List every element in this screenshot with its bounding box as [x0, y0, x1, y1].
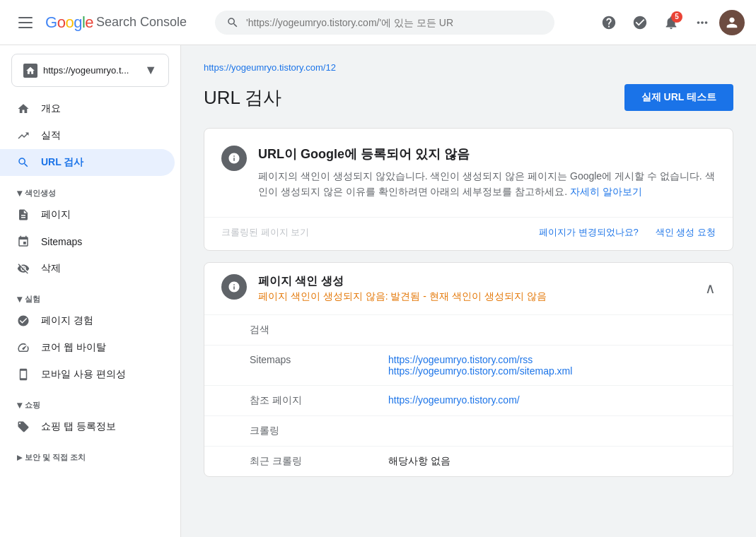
sidebar-item-sitemaps[interactable]: Sitemaps — [0, 228, 175, 255]
topnav-icons: 5 — [595, 8, 745, 37]
sidebar-item-overview[interactable]: 개요 — [0, 95, 175, 122]
property-url: https://yogeumryo.t... — [43, 65, 139, 76]
trending-up-icon — [17, 129, 30, 142]
sidebar-item-page-experience[interactable]: 페이지 경험 — [0, 307, 175, 334]
test-url-button[interactable]: 실제 URL 테스트 — [624, 84, 733, 111]
sitemap-icon — [17, 235, 30, 248]
app-layout: https://yogeumryo.t... ▼ 개요 실적 URL 검사 ▾ … — [0, 45, 756, 537]
sidebar-label-overview: 개요 — [41, 102, 61, 115]
page-header: URL 검사 실제 URL 테스트 — [204, 84, 733, 111]
smartphone-icon — [17, 368, 30, 381]
details-row-crawl: 크롤링 — [204, 415, 733, 446]
sidebar: https://yogeumryo.t... ▼ 개요 실적 URL 검사 ▾ … — [0, 45, 181, 537]
sidebar-item-performance[interactable]: 실적 — [0, 122, 175, 149]
sidebar-item-removal[interactable]: 삭제 — [0, 255, 175, 282]
crawled-pages-link: 크롤링된 페이지 보기 — [221, 226, 309, 239]
info-title: URL이 Google에 등록되어 있지 않음 — [258, 146, 716, 163]
referral-link[interactable]: https://yogeumryo.tistory.com/ — [388, 394, 520, 406]
section-info-icon — [221, 274, 247, 300]
search-input[interactable] — [246, 17, 543, 28]
page-changed-link[interactable]: 페이지가 변경되었나요? — [539, 226, 639, 239]
sitemap-link-rss[interactable]: https://yogeumryo.tistory.com/rss — [388, 354, 533, 365]
sidebar-label-sitemaps: Sitemaps — [41, 236, 82, 247]
details-row-referral: 참조 페이지 https://yogeumryo.tistory.com/ — [204, 385, 733, 415]
info-svg — [228, 152, 240, 165]
details-row-sitemaps: Sitemaps https://yogeumryo.tistory.com/r… — [204, 345, 733, 385]
section-label-security[interactable]: ▸ 보안 및 직접 조치 — [0, 440, 180, 466]
product-name: Search Console — [96, 15, 187, 30]
details-value-sitemaps: https://yogeumryo.tistory.com/rss https:… — [388, 354, 716, 377]
details-table: 검색 Sitemaps https://yogeumryo.tistory.co… — [204, 314, 733, 476]
sidebar-item-core-web-vitals[interactable]: 코어 웹 바이탈 — [0, 334, 175, 361]
app-logo[interactable]: Google Search Console — [45, 13, 187, 32]
speed-icon — [17, 341, 30, 354]
section-left: 페이지 색인 생성 페이지 색인이 생성되지 않음: 발견됨 - 현재 색인이 … — [221, 274, 547, 303]
circle-check-icon — [17, 314, 30, 327]
section-label-shopping: ▾ 쇼핑 — [0, 388, 180, 413]
search-icon — [226, 16, 239, 29]
learn-more-link[interactable]: 자세히 알아보기 — [570, 186, 642, 197]
sidebar-item-url-inspection[interactable]: URL 검사 — [0, 149, 175, 176]
help-button[interactable] — [595, 8, 623, 37]
user-avatar[interactable] — [719, 10, 745, 35]
details-label-sitemaps: Sitemaps — [250, 354, 377, 365]
apps-button[interactable] — [688, 8, 716, 37]
section-header: 페이지 색인 생성 페이지 색인이 생성되지 않음: 발견됨 - 현재 색인이 … — [204, 263, 733, 314]
main-content: https://yogeumryo.tistory.com/12 URL 검사 … — [181, 45, 756, 537]
banner-actions: 크롤링된 페이지 보기 페이지가 변경되었나요? 색인 생성 요청 — [204, 217, 733, 250]
section-text: 페이지 색인 생성 페이지 색인이 생성되지 않음: 발견됨 - 현재 색인이 … — [258, 274, 547, 303]
section-label-indexing: ▾ 색인생성 — [0, 176, 180, 201]
sidebar-label-performance: 실적 — [41, 129, 61, 142]
sidebar-label-mobile-usability: 모바일 사용 편의성 — [41, 368, 126, 381]
info-content: URL이 Google에 등록되어 있지 않음 페이지의 색인이 생성되지 않았… — [258, 146, 716, 200]
section-label-experiments: ▾ 실험 — [0, 282, 180, 307]
details-label-referral: 참조 페이지 — [250, 394, 377, 407]
details-value-last-crawl: 해당사항 없음 — [388, 455, 716, 468]
page-title: URL 검사 — [204, 85, 281, 110]
notification-badge: 5 — [671, 11, 682, 23]
sidebar-item-shopping-tab[interactable]: 쇼핑 탭 등록정보 — [0, 413, 175, 440]
sidebar-label-removal: 삭제 — [41, 262, 61, 275]
account-search-button[interactable] — [626, 8, 654, 37]
info-description: 페이지의 색인이 생성되지 않았습니다. 색인이 생성되지 않은 페이지는 Go… — [258, 168, 716, 200]
sidebar-label-core-web-vitals: 코어 웹 바이탈 — [41, 341, 106, 354]
sidebar-label-page-experience: 페이지 경험 — [41, 314, 93, 327]
right-actions: 페이지가 변경되었나요? 색인 생성 요청 — [539, 226, 716, 239]
details-label-last-crawl: 최근 크롤링 — [250, 455, 377, 468]
details-label-crawl: 크롤링 — [250, 425, 377, 437]
search-nav-icon — [17, 156, 30, 169]
page-indexing-card: 페이지 색인 생성 페이지 색인이 생성되지 않음: 발견됨 - 현재 색인이 … — [204, 262, 733, 477]
property-icon — [23, 64, 37, 78]
tag-icon — [17, 420, 30, 433]
details-row-last-crawl: 최근 크롤링 해당사항 없음 — [204, 446, 733, 476]
sidebar-label-pages: 페이지 — [41, 208, 71, 221]
top-navigation: Google Search Console 5 — [0, 0, 756, 45]
notifications-button[interactable]: 5 — [657, 8, 685, 37]
home-icon — [17, 102, 30, 115]
info-icon — [221, 146, 247, 171]
chevron-down-icon: ▼ — [144, 63, 157, 78]
hamburger-menu[interactable] — [11, 8, 40, 37]
sidebar-item-mobile-usability[interactable]: 모바일 사용 편의성 — [0, 361, 175, 388]
sidebar-item-pages[interactable]: 페이지 — [0, 201, 175, 228]
sidebar-label-url-inspection: URL 검사 — [41, 156, 83, 169]
details-label-search: 검색 — [250, 324, 377, 336]
property-selector[interactable]: https://yogeumryo.t... ▼ — [11, 54, 169, 87]
search-bar[interactable] — [215, 11, 554, 35]
collapse-icon[interactable]: ∧ — [705, 280, 716, 297]
details-value-referral: https://yogeumryo.tistory.com/ — [388, 394, 716, 406]
sidebar-label-shopping-tab: 쇼핑 탭 등록정보 — [41, 420, 116, 433]
file-icon — [17, 208, 30, 221]
request-indexing-link[interactable]: 색인 생성 요청 — [656, 226, 716, 239]
section-status: 페이지 색인이 생성되지 않음: 발견됨 - 현재 색인이 생성되지 않음 — [258, 290, 547, 303]
details-row-search: 검색 — [204, 314, 733, 345]
google-wordmark: Google — [45, 13, 93, 32]
eye-off-icon — [17, 262, 30, 275]
section-info-svg — [228, 281, 240, 293]
sitemap-link-xml[interactable]: https://yogeumryo.tistory.com/sitemap.xm… — [388, 365, 572, 377]
info-banner: URL이 Google에 등록되어 있지 않음 페이지의 색인이 생성되지 않았… — [204, 129, 733, 217]
breadcrumb[interactable]: https://yogeumryo.tistory.com/12 — [204, 62, 733, 73]
url-status-card: URL이 Google에 등록되어 있지 않음 페이지의 색인이 생성되지 않았… — [204, 128, 733, 251]
section-title: 페이지 색인 생성 — [258, 274, 547, 289]
